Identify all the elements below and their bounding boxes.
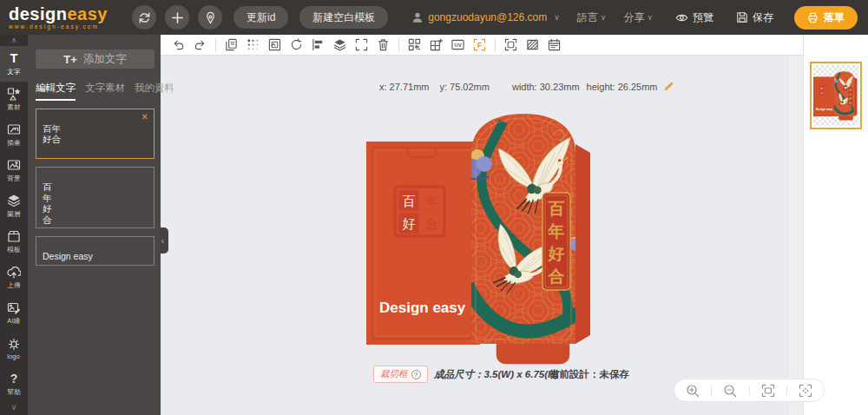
preview-button[interactable]: 預覽 [675,10,713,25]
chevron-down-icon: ∨ [554,13,560,22]
save-icon [736,11,748,23]
toolbar-separator [495,39,496,51]
layer-order-button[interactable] [331,36,349,54]
align-left-icon [312,38,325,51]
redo-button[interactable] [191,36,209,54]
foil-button[interactable]: F [470,36,489,54]
save-button[interactable]: 保存 [736,10,773,25]
qrcode-icon [408,38,421,51]
chevron-down-icon: ∨ [601,13,607,22]
fit-screen-icon [761,384,775,398]
actual-size-icon [799,384,812,398]
sidebar-item-logo[interactable]: logo [0,331,28,366]
update-id-button[interactable]: 更新id [233,6,288,29]
tab-my-files[interactable]: 我的資料 [135,82,174,101]
sidebar-item-upload[interactable]: 上傳 [0,260,28,295]
select-area-button[interactable] [352,36,371,54]
halftone-button[interactable] [244,36,262,54]
sidebar-item-help[interactable]: ? 幫助 [0,366,28,402]
delete-button[interactable] [374,36,392,54]
pages-panel [803,35,868,415]
undo-button[interactable] [169,36,187,54]
crop-box-toggle[interactable]: 裁切框 ? [373,366,428,383]
zoom-out-button[interactable] [721,382,739,399]
share-menu[interactable]: 分享 ∨ [623,10,653,25]
diagonal-stripes-icon [526,38,539,51]
pattern-fill-button[interactable] [523,36,542,54]
zoom-separator [711,385,712,396]
refresh-button[interactable] [132,5,156,30]
crop-frame-button[interactable] [502,36,520,54]
text-panel: T+ 添加文字 編輯文字 文字素材 我的資料 百年 好合 ✕ 百 年 好 合 D… [28,35,161,415]
sidebar-item-assets[interactable]: 素材 [0,82,28,117]
align-button[interactable] [309,36,327,54]
scroll-down-icon[interactable]: ∨ [11,402,17,413]
table-add-icon [430,38,443,51]
zoom-in-button[interactable] [684,382,701,399]
order-button[interactable]: 落單 [794,6,858,30]
uv-button[interactable]: UV [449,36,467,54]
add-button[interactable] [165,5,189,30]
sidebar-item-ai-draw[interactable]: AI繪 [0,295,28,331]
redo-icon [194,38,207,51]
sidebar-rail: ∧ T 文字 素材 插畫 背景 圖層 模板 [0,35,28,415]
trash-icon [377,38,390,51]
vertical-scrollbar[interactable] [787,56,803,415]
rotate-icon [290,38,303,51]
logo-text: design [9,4,67,23]
page-thumbnail[interactable] [810,62,862,129]
copy-icon [225,38,238,51]
svg-text:?: ? [10,372,18,385]
cloud-upload-icon [7,265,21,279]
envelope-design[interactable] [366,113,597,366]
shapes-icon [7,87,21,101]
rotate-button[interactable] [287,36,306,54]
new-blank-template-button[interactable]: 新建空白模板 [299,6,388,29]
sidebar-item-illustration[interactable]: 插畫 [0,117,28,153]
sidebar-item-text[interactable]: T 文字 [0,46,28,82]
sidebar-item-background[interactable]: 背景 [0,153,28,188]
tab-edit-text[interactable]: 編輯文字 [36,82,76,101]
tab-text-assets[interactable]: 文字素材 [85,82,125,101]
replace-image-button[interactable] [266,36,284,54]
help-icon[interactable]: ? [411,370,421,379]
image-frame-icon [268,38,281,51]
table-add-button[interactable] [427,36,445,54]
sidebar-item-layers[interactable]: 圖層 [0,188,28,224]
crop-frame-icon [504,38,517,51]
add-text-button[interactable]: T+ 添加文字 [36,49,155,69]
actual-size-button[interactable] [797,382,814,399]
duplicate-button[interactable] [222,36,240,54]
account-menu[interactable]: gongzuodayun@126.com ∨ [411,11,560,23]
editor-toolbar: UV F [161,35,803,56]
question-icon: ? [7,372,21,385]
text-icon: T [7,51,21,65]
refresh-icon [138,11,151,24]
text-layer-item[interactable]: 百年 好合 ✕ [36,109,155,159]
image-icon [7,158,21,172]
toolbar-separator [215,39,216,51]
svg-text:T: T [10,51,18,65]
calendar-button[interactable] [545,36,563,54]
add-text-icon: T+ [63,53,77,66]
scroll-up-icon[interactable]: ∧ [11,35,17,46]
fit-screen-button[interactable] [760,382,777,399]
text-layer-item[interactable]: Design easy [36,236,155,265]
halftone-icon [247,38,260,51]
sidebar-item-template[interactable]: 模板 [0,224,28,260]
qrcode-button[interactable] [405,36,424,54]
illustration-icon [7,122,21,136]
app-logo[interactable]: designeasy www.design-easy.com [9,5,123,30]
language-menu[interactable]: 語言 ∨ [577,10,607,25]
uv-icon: UV [451,38,464,51]
selection-info: x: 27.71mm y: 75.02mm width: 30.23mm hei… [379,81,674,92]
zoom-out-icon [723,384,737,398]
pen-tool-icon [204,11,217,24]
close-icon[interactable]: ✕ [141,112,148,122]
text-layer-item[interactable]: 百 年 好 合 [36,167,155,228]
selection-icon [355,38,368,51]
pen-tool-button[interactable] [198,5,222,30]
edit-icon[interactable] [663,81,674,92]
chevron-down-icon: ∨ [647,13,653,22]
design-canvas[interactable]: x: 27.71mm y: 75.02mm width: 30.23mm hei… [161,56,803,415]
